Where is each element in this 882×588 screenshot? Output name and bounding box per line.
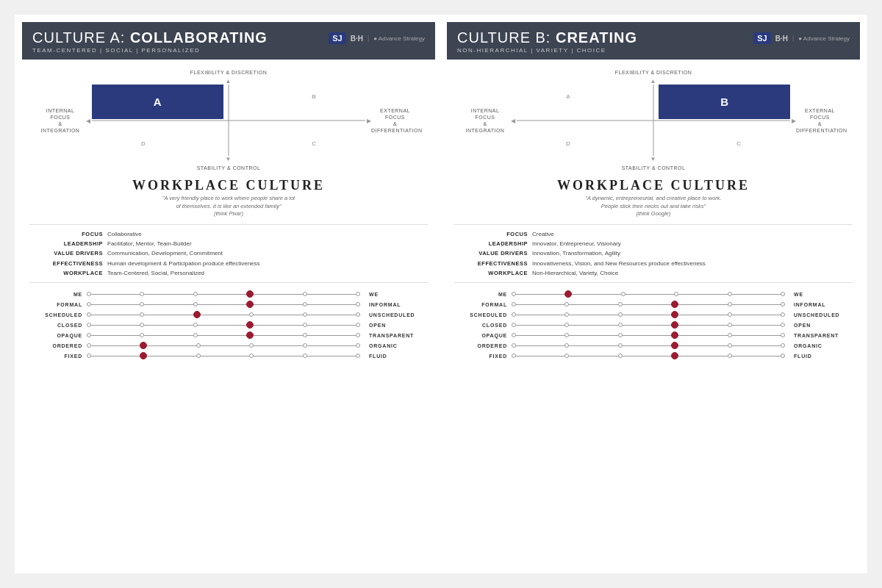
slider-dot-active bbox=[564, 290, 572, 298]
slider-dot bbox=[140, 302, 144, 306]
slider-dot-active bbox=[671, 352, 678, 359]
slider-dot bbox=[303, 343, 307, 348]
slider-right-label: ORGANIC bbox=[369, 343, 428, 348]
slider-dot bbox=[781, 302, 785, 306]
attribute-value: Team-Centered, Social, Personalized bbox=[107, 270, 204, 277]
quad-label-d: D bbox=[141, 140, 146, 147]
slider-track bbox=[512, 304, 785, 305]
attribute-key: FOCUS bbox=[29, 231, 103, 237]
slider-track bbox=[512, 335, 785, 336]
attribute-value: Creative bbox=[532, 231, 554, 238]
slider-dot bbox=[781, 312, 785, 317]
slider-dot bbox=[249, 343, 254, 348]
attribute-key: EFFECTIVENESS bbox=[454, 260, 528, 267]
slider-dot bbox=[564, 354, 569, 358]
slider-dots bbox=[87, 333, 360, 339]
slider-row: FORMALINFORMAL bbox=[454, 302, 853, 307]
slider-dot bbox=[564, 333, 569, 337]
slider-dot bbox=[356, 323, 360, 327]
panel-subtitle: NON-HIERARCHIAL | VARIETY | CHOICE bbox=[457, 47, 637, 54]
slider-right-label: UNSCHEDULED bbox=[794, 312, 853, 318]
culture-title: WORKPLACE CULTURE bbox=[462, 178, 845, 193]
axis-bottom-label: STABILITY & CONTROL bbox=[622, 165, 686, 171]
culture-quote: "A dynamic, entrepreneurial, and creativ… bbox=[462, 195, 845, 218]
slider-track bbox=[512, 315, 785, 315]
attribute-value: Innovation, Transformation, Agility bbox=[532, 250, 620, 257]
slider-right-label: UNSCHEDULED bbox=[369, 312, 428, 318]
slider-right-label: INFORMAL bbox=[794, 302, 853, 307]
slider-row: ORDEREDORGANIC bbox=[454, 343, 853, 348]
slider-track bbox=[87, 325, 360, 326]
slider-dot bbox=[140, 312, 144, 317]
attribute-key: WORKPLACE bbox=[454, 270, 528, 276]
panel-header: CULTURE A: COLLABORATINGTEAM-CENTERED | … bbox=[22, 22, 435, 60]
slider-dot bbox=[728, 343, 732, 348]
slider-dot bbox=[618, 323, 623, 327]
slider-dot bbox=[303, 323, 307, 327]
attribute-value: Non-Hierarchical, Variety, Choice bbox=[532, 270, 618, 277]
slider-dots bbox=[512, 354, 785, 359]
slider-right-label: ORGANIC bbox=[794, 343, 853, 348]
slider-dot bbox=[87, 302, 91, 306]
quad-label-c: C bbox=[736, 140, 741, 147]
panel-logos: SJB·H|● Advance Strategy bbox=[329, 32, 425, 44]
attribute-row: EFFECTIVENESSHuman development & Partici… bbox=[29, 260, 428, 268]
slider-track bbox=[87, 345, 360, 346]
slider-track bbox=[87, 315, 360, 315]
slider-right-label: OPEN bbox=[369, 323, 428, 328]
vertical-axis bbox=[653, 85, 654, 156]
slider-dot-active bbox=[671, 321, 678, 329]
slider-left-label: FORMAL bbox=[29, 302, 82, 307]
slider-dots bbox=[87, 302, 360, 308]
slider-dot-active bbox=[246, 290, 254, 298]
slider-dot bbox=[512, 323, 516, 327]
quad-label-c: C bbox=[312, 140, 316, 147]
slider-dot bbox=[618, 302, 623, 306]
slider-dot bbox=[356, 354, 360, 358]
slider-left-label: FIXED bbox=[29, 354, 82, 359]
slider-right-label: FLUID bbox=[369, 354, 428, 359]
slider-dot bbox=[512, 354, 516, 358]
active-quadrant-box: A bbox=[92, 85, 223, 119]
slider-row: SCHEDULEDUNSCHEDULED bbox=[454, 312, 853, 318]
slider-dot bbox=[781, 343, 785, 348]
slider-dots bbox=[87, 312, 360, 318]
panel-title: CULTURE B: CREATING bbox=[457, 29, 637, 46]
attribute-row: EFFECTIVENESSInnovativeness, Vision, and… bbox=[454, 260, 853, 268]
slider-dots bbox=[512, 302, 785, 308]
bh-logo: B·H bbox=[351, 35, 363, 43]
slider-row: OPAQUETRANSPARENT bbox=[29, 333, 428, 338]
slider-dot bbox=[87, 343, 91, 348]
slider-dot bbox=[564, 312, 569, 317]
quad-label-a: A bbox=[566, 93, 570, 100]
slider-row: SCHEDULEDUNSCHEDULED bbox=[29, 312, 428, 318]
attribute-value: Facilitator, Mentor, Team-Builder bbox=[107, 240, 192, 248]
slider-dot-active bbox=[671, 311, 678, 318]
attribute-value: Human development & Participation produc… bbox=[107, 260, 260, 268]
culture-section: WORKPLACE CULTURE"A dynamic, entrepreneu… bbox=[447, 173, 860, 221]
slider-dots bbox=[87, 343, 360, 349]
slider-dots bbox=[512, 312, 785, 318]
slider-dot bbox=[564, 302, 569, 306]
slider-dots bbox=[87, 323, 360, 329]
advance-logo: ● Advance Strategy bbox=[798, 35, 850, 42]
slider-dot bbox=[728, 333, 732, 337]
slider-left-label: OPAQUE bbox=[454, 333, 507, 338]
panel-culture-b: CULTURE B: CREATINGNON-HIERARCHIAL | VAR… bbox=[447, 22, 860, 566]
slider-dot bbox=[87, 312, 91, 317]
slider-dot-active bbox=[246, 301, 254, 308]
slider-dot bbox=[728, 312, 732, 317]
slider-dot bbox=[674, 292, 678, 296]
panel-header: CULTURE B: CREATINGNON-HIERARCHIAL | VAR… bbox=[447, 22, 860, 60]
slider-left-label: CLOSED bbox=[454, 323, 507, 328]
attribute-row: VALUE DRIVERSInnovation, Transformation,… bbox=[454, 250, 853, 257]
culture-title: WORKPLACE CULTURE bbox=[37, 178, 420, 193]
attribute-row: WORKPLACENon-Hierarchical, Variety, Choi… bbox=[454, 270, 853, 277]
panel-culture-a: CULTURE A: COLLABORATINGTEAM-CENTERED | … bbox=[22, 22, 435, 566]
slider-left-label: SCHEDULED bbox=[29, 312, 82, 318]
attribute-key: LEADERSHIP bbox=[454, 240, 528, 247]
cross-area: BADC bbox=[517, 85, 790, 156]
slider-dot bbox=[249, 354, 254, 358]
slider-right-label: TRANSPARENT bbox=[794, 333, 853, 338]
attribute-key: EFFECTIVENESS bbox=[29, 260, 103, 267]
